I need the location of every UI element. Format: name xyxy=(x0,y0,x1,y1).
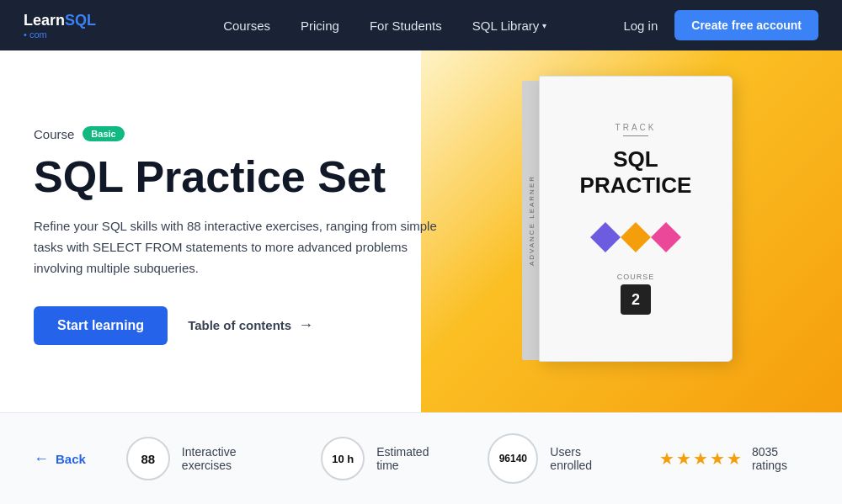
basic-badge: Basic xyxy=(83,126,124,141)
course-text: Course xyxy=(34,127,74,141)
arrow-right-icon: → xyxy=(298,316,313,334)
book-title: SQLPRACTICE xyxy=(580,146,692,199)
nav-students[interactable]: For Students xyxy=(370,19,442,33)
rating-section: ★★★★★ 8035 ratings xyxy=(659,445,808,472)
svg-marker-1 xyxy=(621,222,651,252)
ratings-count: 8035 ratings xyxy=(752,445,808,472)
hero-description: Refine your SQL skills with 88 interacti… xyxy=(34,216,438,279)
svg-marker-0 xyxy=(590,222,621,252)
nav-pricing[interactable]: Pricing xyxy=(301,19,339,33)
star-rating-icon: ★★★★★ xyxy=(659,448,743,469)
enrolled-label: Users enrolled xyxy=(550,445,619,472)
book-icons xyxy=(587,219,685,256)
enrolled-count: 96140 xyxy=(488,433,538,484)
exercises-label: Interactive exercises xyxy=(182,445,280,472)
book: ADVANCE LEARNER TRACK SQLPRACTICE xyxy=(522,76,733,362)
course-badge-label: COURSE xyxy=(617,273,655,281)
nav-library[interactable]: SQL Library ▾ xyxy=(472,19,546,33)
svg-marker-2 xyxy=(651,222,681,252)
logo[interactable]: Learn SQL • com xyxy=(24,12,96,40)
nav-links: Courses Pricing For Students SQL Library… xyxy=(147,19,623,33)
table-of-contents-link[interactable]: Table of contents → xyxy=(188,316,313,334)
create-account-button[interactable]: Create free account xyxy=(674,10,818,40)
book-spine: ADVANCE LEARNER xyxy=(522,81,541,360)
book-cover: TRACK SQLPRACTICE COURSE xyxy=(539,76,733,362)
course-number-badge: 2 xyxy=(621,284,651,315)
book-divider xyxy=(623,135,648,136)
time-stat: 10 h Estimated time xyxy=(321,437,447,480)
time-label: Estimated time xyxy=(376,445,447,472)
logo-sql-text: SQL xyxy=(65,12,96,29)
time-value: 10 h xyxy=(321,437,365,480)
start-learning-button[interactable]: Start learning xyxy=(34,306,168,345)
book-track-label: TRACK xyxy=(616,123,657,132)
logo-com-text: • com xyxy=(24,29,47,40)
book-illustration: ADVANCE LEARNER TRACK SQLPRACTICE xyxy=(522,76,775,387)
arrow-left-icon: ← xyxy=(34,450,49,468)
book-spine-text: ADVANCE LEARNER xyxy=(528,175,536,266)
stats-bar: ← Back 88 Interactive exercises 10 h Est… xyxy=(0,412,842,504)
enrolled-stat: 96140 Users enrolled xyxy=(488,433,619,484)
exercises-count: 88 xyxy=(126,437,170,480)
nav-right: Log in Create free account xyxy=(623,10,818,40)
hero-content: Course Basic SQL Practice Set Refine you… xyxy=(0,50,472,412)
logo-learn-text: Learn xyxy=(24,12,65,29)
chevron-down-icon: ▾ xyxy=(542,21,546,30)
hero-section: Course Basic SQL Practice Set Refine you… xyxy=(0,50,842,412)
nav-courses[interactable]: Courses xyxy=(223,19,270,33)
page-title: SQL Practice Set xyxy=(34,153,438,201)
diamond-pink-icon xyxy=(647,219,685,256)
course-label-row: Course Basic xyxy=(34,126,438,141)
back-label: Back xyxy=(56,452,86,466)
hero-actions: Start learning Table of contents → xyxy=(34,306,438,345)
exercises-stat: 88 Interactive exercises xyxy=(126,437,280,480)
back-button[interactable]: ← Back xyxy=(34,450,86,468)
navbar: Learn SQL • com Courses Pricing For Stud… xyxy=(0,0,842,50)
login-link[interactable]: Log in xyxy=(623,19,658,33)
